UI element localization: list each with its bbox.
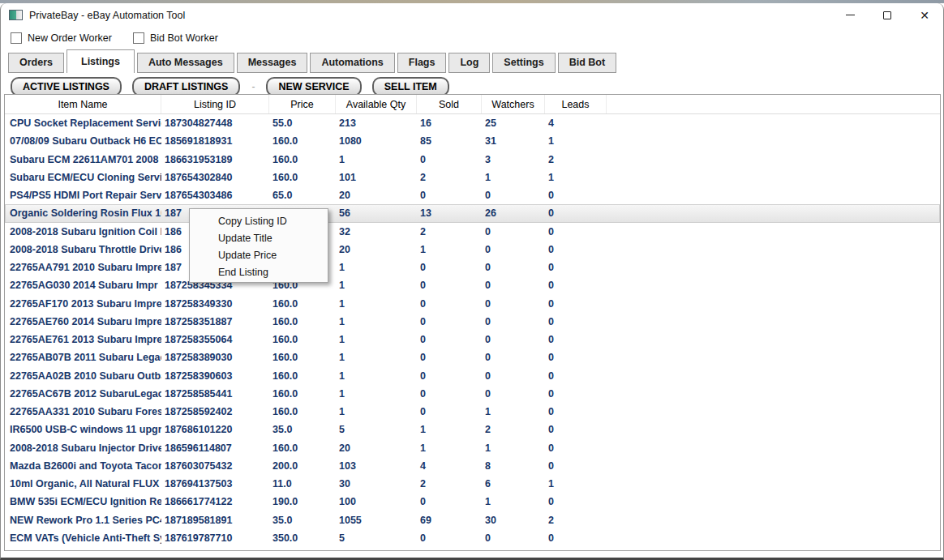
cell-leads: 0: [545, 352, 607, 363]
cell-sold: 0: [417, 496, 482, 507]
tab-log[interactable]: Log: [448, 53, 490, 73]
table-row[interactable]: 22765AB07B 2011 Subaru Legac187258389030…: [5, 348, 940, 366]
table-row[interactable]: 22765AE761 2013 Subaru Impre187258355064…: [5, 331, 940, 348]
cell-price: 160.0: [269, 316, 336, 327]
cell-item-name: Subaru ECM 22611AM701 2008 S: [5, 154, 161, 165]
cell-available-qty: 32: [336, 226, 417, 237]
cell-available-qty: 100: [336, 496, 417, 507]
listings-table: Item NameListing IDPriceAvailable QtySol…: [4, 94, 941, 551]
title-bar[interactable]: PrivateBay - eBay Automation Tool ✕: [1, 3, 943, 27]
table-row[interactable]: ECM VATs (Vehicle Anti-Theft Sy187619787…: [5, 529, 940, 547]
table-header-row: Item NameListing IDPriceAvailable QtySol…: [5, 95, 940, 114]
table-row[interactable]: 22765AE760 2014 Subaru Impre187258351887…: [5, 313, 940, 331]
table-row[interactable]: 10ml Organic, All Natural FLUX |18769413…: [5, 475, 940, 493]
tab-flags[interactable]: Flags: [397, 53, 447, 73]
table-row[interactable]: 07/08/09 Subaru Outback H6 EC18569181893…: [5, 132, 940, 150]
cell-leads: 0: [545, 424, 607, 435]
worker-toggle-1: Bid Bot Worker: [133, 32, 218, 44]
cell-price: 160.0: [269, 370, 336, 382]
cell-listing-id: 187686101220: [161, 424, 269, 435]
menu-item-update-price[interactable]: Update Price: [190, 247, 328, 264]
table-row[interactable]: 2008-2018 Subaru Injector Drive186596114…: [5, 439, 940, 457]
cell-listing-id: 186661774122: [161, 496, 269, 507]
table-row[interactable]: NEW Rework Pro 1.1 Series PC411871895818…: [5, 511, 940, 529]
table-row[interactable]: Subaru ECM/ECU Cloning Servic18765430284…: [5, 169, 940, 186]
cell-watchers: 2: [482, 424, 545, 435]
cell-available-qty: 1: [336, 370, 417, 382]
cell-available-qty: 1: [336, 316, 417, 327]
table-row[interactable]: Organic Soldering Rosin Flux 10187561326…: [5, 204, 940, 222]
column-header-listing-id[interactable]: Listing ID: [161, 95, 269, 113]
menu-item-update-title[interactable]: Update Title: [190, 230, 328, 247]
table-row[interactable]: Subaru ECM 22611AM701 2008 S186631953189…: [5, 151, 940, 169]
cell-watchers: 31: [482, 135, 545, 147]
cell-item-name: 07/08/09 Subaru Outback H6 EC: [5, 135, 161, 147]
menu-item-end-listing[interactable]: End Listing: [190, 264, 328, 281]
table-row[interactable]: CPU Socket Replacement Servic18730482744…: [5, 114, 940, 132]
cell-available-qty: 1: [336, 406, 417, 417]
maximize-button[interactable]: [869, 3, 906, 27]
cell-price: 65.0: [269, 190, 336, 201]
column-header-sold[interactable]: Sold: [417, 95, 482, 113]
active-listings-button[interactable]: ACTIVE LISTINGS: [11, 77, 122, 96]
cell-sold: 69: [417, 515, 482, 526]
cell-available-qty: 5: [336, 532, 417, 544]
cell-sold: 85: [417, 135, 482, 147]
menu-item-copy-listing-id[interactable]: Copy Listing ID: [190, 213, 328, 230]
column-header-leads[interactable]: Leads: [545, 95, 607, 113]
cell-listing-id: 187258389030: [161, 352, 269, 363]
cell-price: 160.0: [269, 154, 336, 165]
column-header-watchers[interactable]: Watchers: [482, 95, 545, 113]
tab-settings[interactable]: Settings: [492, 53, 555, 73]
cell-watchers: 0: [482, 532, 545, 544]
cell-listing-id: 187619787710: [161, 532, 269, 544]
sell-item-button[interactable]: SELL ITEM: [372, 77, 449, 96]
cell-available-qty: 56: [336, 207, 417, 219]
window-controls: ✕: [831, 3, 943, 27]
minimize-button[interactable]: [831, 3, 869, 27]
worker-checkbox-0[interactable]: [11, 32, 22, 44]
tab-bar: OrdersListingsAuto MessagesMessagesAutom…: [1, 49, 943, 73]
table-row[interactable]: 22765AG030 2014 Subaru Impr1872583453341…: [5, 276, 940, 294]
tab-listings[interactable]: Listings: [67, 49, 135, 73]
cell-price: 11.0: [269, 478, 336, 489]
cell-price: 35.0: [269, 424, 336, 435]
cell-item-name: IR6500 USB-C windows 11 upgra: [5, 424, 161, 435]
table-row[interactable]: 22765AA331 2010 Subaru Fores187258592402…: [5, 403, 940, 421]
table-row[interactable]: 22765AA791 2010 Subaru Impre1871000: [5, 259, 940, 276]
cell-item-name: CPU Socket Replacement Servic: [5, 118, 161, 129]
cell-available-qty: 103: [336, 460, 417, 472]
table-row[interactable]: 22765AF170 2013 Subaru Impre187258349330…: [5, 295, 940, 313]
draft-listings-button[interactable]: DRAFT LISTINGS: [132, 77, 240, 96]
table-row[interactable]: BMW 535i ECM/ECU Ignition Re186661774122…: [5, 493, 940, 511]
cell-available-qty: 1080: [336, 135, 417, 147]
cell-sold: 0: [417, 370, 482, 382]
table-row[interactable]: 22765AC67B 2012 SubaruLegac1872585854411…: [5, 385, 940, 403]
worker-checkbox-1[interactable]: [133, 32, 144, 44]
tab-auto-messages[interactable]: Auto Messages: [137, 53, 234, 73]
tab-bid-bot[interactable]: Bid Bot: [558, 53, 616, 73]
table-row[interactable]: 2008-2018 Subaru Throttle Drive18620100: [5, 241, 940, 259]
table-row[interactable]: 2008-2018 Subaru Ignition Coil I18632200: [5, 223, 940, 241]
table-row[interactable]: IR6500 USB-C windows 11 upgra18768610122…: [5, 421, 940, 438]
cell-item-name: BMW 535i ECM/ECU Ignition Re: [5, 496, 161, 507]
column-header-price[interactable]: Price: [269, 95, 336, 113]
tab-messages[interactable]: Messages: [237, 53, 308, 73]
table-row[interactable]: 22765AA02B 2010 Subaru Outba187258390603…: [5, 367, 940, 385]
cell-listing-id: 187654302840: [161, 172, 269, 183]
column-header-available-qty[interactable]: Available Qty: [336, 95, 417, 113]
cell-available-qty: 1: [336, 154, 417, 165]
cell-sold: 0: [417, 298, 482, 310]
new-service-button[interactable]: NEW SERVICE: [266, 77, 361, 96]
cell-watchers: 0: [482, 316, 545, 327]
table-row[interactable]: Mazda B2600i and Toyota Tacon18760307543…: [5, 457, 940, 475]
cell-leads: 0: [545, 370, 607, 382]
table-row[interactable]: PS4/PS5 HDMI Port Repair Servi1876543034…: [5, 186, 940, 204]
cell-leads: 0: [545, 460, 607, 472]
close-button[interactable]: ✕: [906, 3, 943, 27]
cell-sold: 1: [417, 424, 482, 435]
tab-automations[interactable]: Automations: [310, 53, 394, 73]
cell-watchers: 3: [482, 154, 545, 165]
tab-orders[interactable]: Orders: [8, 53, 64, 73]
column-header-item-name[interactable]: Item Name: [5, 95, 161, 113]
